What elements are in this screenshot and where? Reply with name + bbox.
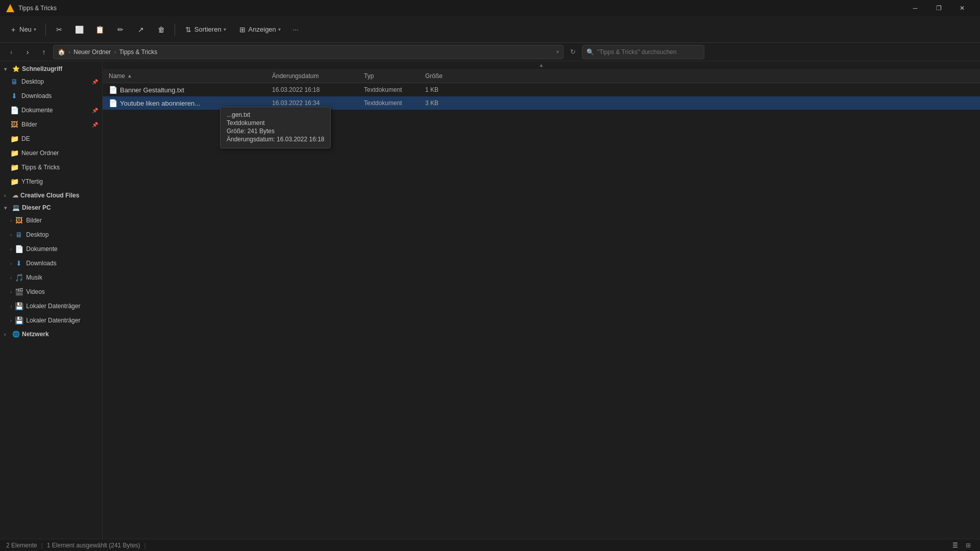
copy-button[interactable]: ⬜ (70, 20, 89, 39)
more-button[interactable]: ··· (288, 20, 304, 39)
tooltip-type: Textdokument (227, 119, 324, 127)
breadcrumb-item-2[interactable]: Tipps & Tricks (119, 48, 157, 56)
up-button[interactable]: ↑ (37, 45, 51, 59)
table-row[interactable]: 📄 Youtube liken abonnieren... 16.03.2022… (103, 96, 980, 110)
downloads-icon: ⬇ (10, 92, 18, 100)
status-left: 2 Elemente | 1 Element ausgewählt (241 B… (6, 542, 146, 549)
status-selected: 1 Element ausgewählt (241 Bytes) (47, 542, 140, 549)
col-date-label: Änderungsdatum (272, 72, 318, 80)
downloads-pc-expand: › (10, 261, 12, 266)
toolbar-sep-1 (45, 23, 46, 36)
col-header-type[interactable]: Typ (360, 72, 421, 80)
tooltip-size: Größe: 241 Bytes (227, 128, 324, 135)
col-header-date[interactable]: Änderungsdatum (268, 72, 360, 80)
search-box[interactable]: 🔍 (582, 45, 704, 59)
sidebar-header-netzwerk[interactable]: › 🌐 Netzwerk (0, 329, 102, 340)
sidebar-section-schnellzugriff: ▾ ⭐ Schnellzugriff 🖥 Desktop 📌 ⬇ Downloa… (0, 63, 102, 189)
search-input[interactable] (597, 48, 700, 56)
sidebar-item-downloads[interactable]: ⬇ Downloads (0, 89, 102, 103)
grid-view-button[interactable]: ⊞ (963, 540, 974, 551)
breadcrumb-item-1[interactable]: Neuer Ordner (74, 48, 111, 56)
sidebar-item-neuer-ordner[interactable]: 📁 Neuer Ordner (0, 146, 102, 160)
sidebar-item-bilder-pc[interactable]: › 🖼 Bilder (0, 213, 102, 228)
view-button[interactable]: ⊞ Anzeigen ▾ (233, 20, 286, 39)
sort-button[interactable]: ⇅ Sortieren ▾ (179, 20, 231, 39)
col-type-label: Typ (364, 72, 374, 80)
maximize-button[interactable]: ❐ (927, 0, 950, 16)
cut-button[interactable]: ✂ (50, 20, 68, 39)
col-header-size[interactable]: Größe (421, 72, 462, 80)
dieser-pc-chevron: ▾ (4, 205, 10, 211)
file1-name: Banner Gestaltung.txt (120, 86, 184, 94)
main-layout: ▾ ⭐ Schnellzugriff 🖥 Desktop 📌 ⬇ Downloa… (0, 61, 980, 539)
breadcrumb-sep-2: › (114, 48, 116, 56)
new-icon: + (9, 26, 17, 34)
musik-label: Musik (26, 274, 42, 281)
schnellzugriff-icon: ⭐ (12, 65, 20, 72)
share-button[interactable]: ↗ (132, 20, 150, 39)
sidebar-section-netzwerk: › 🌐 Netzwerk (0, 329, 102, 340)
refresh-button[interactable]: ↻ (566, 45, 580, 59)
file2-date: 16.03.2022 16:34 (268, 99, 360, 107)
breadcrumb[interactable]: 🏠 › Neuer Ordner › Tipps & Tricks ▾ (53, 45, 564, 59)
minimize-button[interactable]: ─ (903, 0, 927, 16)
sidebar-item-dokumente-pc[interactable]: › 📄 Dokumente (0, 242, 102, 256)
copy-icon: ⬜ (76, 26, 84, 34)
lokaler-d1-icon: 💾 (15, 302, 23, 310)
netzwerk-label: Netzwerk (22, 331, 49, 338)
new-button[interactable]: + Neu ▾ (4, 20, 41, 39)
bilder-pc-expand: › (10, 218, 12, 223)
sidebar-header-creative-cloud[interactable]: › ☁ Creative Cloud Files (0, 190, 102, 201)
status-sep2: | (144, 542, 146, 549)
creative-cloud-icon: ☁ (12, 192, 18, 199)
videos-label: Videos (26, 288, 44, 295)
list-view-button[interactable]: ☰ (949, 540, 961, 551)
bilder-pc-label: Bilder (26, 217, 42, 224)
rename-button[interactable]: ✏ (111, 20, 130, 39)
content-area: ▲ Name ▲ Änderungsdatum Typ Größe 📄 (102, 61, 980, 539)
sidebar-item-musik[interactable]: › 🎵 Musik (0, 270, 102, 285)
dokumente-label: Dokumente (21, 107, 53, 114)
lokaler-d2-icon: 💾 (15, 316, 23, 324)
close-button[interactable]: ✕ (950, 0, 974, 16)
de-label: DE (21, 135, 30, 142)
paste-button[interactable]: 📋 (91, 20, 109, 39)
sidebar-item-desktop-pc[interactable]: › 🖥 Desktop (0, 228, 102, 242)
sidebar-item-desktop[interactable]: 🖥 Desktop 📌 (0, 74, 102, 89)
sidebar-item-tipps-tricks[interactable]: 📁 Tipps & Tricks (0, 160, 102, 174)
dieser-pc-icon: 💻 (12, 204, 20, 211)
sidebar-item-de[interactable]: 📁 DE (0, 132, 102, 146)
dokumente-pc-expand: › (10, 246, 12, 252)
title-bar: Tipps & Tricks ─ ❐ ✕ (0, 0, 980, 16)
col-header-name[interactable]: Name ▲ (105, 72, 268, 80)
sidebar-item-dokumente[interactable]: 📄 Dokumente 📌 (0, 103, 102, 117)
sidebar-item-lokaler-d2[interactable]: › 💾 Lokaler Datenträger (0, 313, 102, 328)
back-button[interactable]: ‹ (4, 45, 18, 59)
rename-icon: ✏ (116, 26, 125, 34)
schnellzugriff-chevron: ▾ (4, 66, 10, 72)
breadcrumb-sep-1: › (68, 48, 70, 56)
table-row[interactable]: 📄 Banner Gestaltung.txt 16.03.2022 16:18… (103, 83, 980, 96)
delete-button[interactable]: 🗑 (152, 20, 170, 39)
toolbar: + Neu ▾ ✂ ⬜ 📋 ✏ ↗ 🗑 ⇅ Sortieren ▾ ⊞ Anze… (0, 16, 980, 43)
forward-button[interactable]: › (20, 45, 35, 59)
dokumente-pc-icon: 📄 (15, 245, 23, 253)
sidebar-item-ytfertig[interactable]: 📁 YTfertig (0, 174, 102, 189)
file1-icon: 📄 (109, 86, 117, 94)
netzwerk-chevron: › (4, 332, 10, 337)
dieser-pc-label: Dieser PC (22, 204, 51, 211)
schnellzugriff-label: Schnellzugriff (22, 65, 62, 72)
lokaler-d1-label: Lokaler Datenträger (26, 303, 80, 310)
file-tooltip: ...gen.txt Textdokument Größe: 241 Bytes… (220, 107, 331, 148)
view-icon: ⊞ (238, 26, 247, 34)
breadcrumb-expand[interactable]: ▾ (556, 49, 559, 55)
sidebar-header-dieser-pc[interactable]: ▾ 💻 Dieser PC (0, 202, 102, 213)
sidebar-item-downloads-pc[interactable]: › ⬇ Downloads (0, 256, 102, 270)
dokumente-pc-label: Dokumente (26, 245, 57, 253)
sidebar-header-schnellzugriff[interactable]: ▾ ⭐ Schnellzugriff (0, 63, 102, 74)
sidebar-item-bilder[interactable]: 🖼 Bilder 📌 (0, 117, 102, 132)
sidebar-item-videos[interactable]: › 🎬 Videos (0, 285, 102, 299)
sort-label: Sortieren (194, 26, 222, 33)
file-list-header: Name ▲ Änderungsdatum Typ Größe (103, 69, 980, 83)
sidebar-item-lokaler-d1[interactable]: › 💾 Lokaler Datenträger (0, 299, 102, 313)
